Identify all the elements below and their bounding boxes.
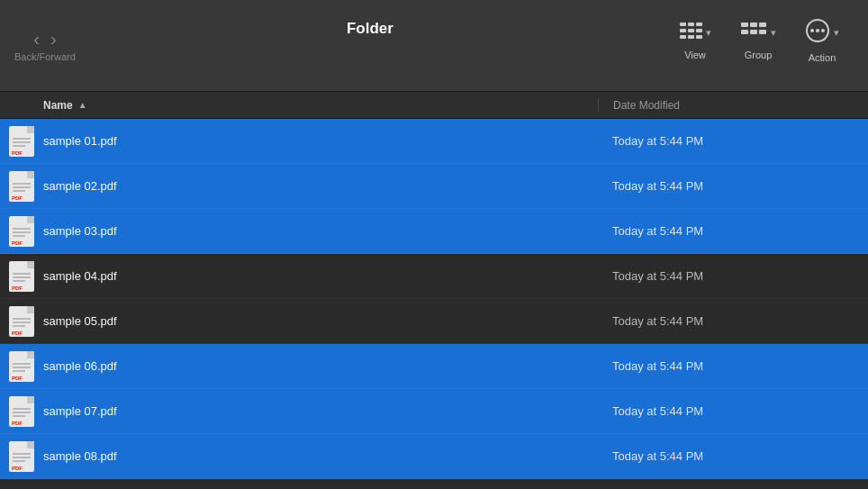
file-name: sample 01.pdf <box>43 134 598 148</box>
date-column-header[interactable]: Date Modified <box>613 99 680 112</box>
svg-point-17 <box>816 29 819 32</box>
svg-rect-13 <box>750 30 757 34</box>
svg-rect-12 <box>741 30 748 34</box>
group-chevron-icon: ▾ <box>771 27 776 39</box>
file-list: PDF sample 01.pdfToday at 5:44 PM PDF sa… <box>0 119 868 489</box>
svg-rect-8 <box>696 35 702 39</box>
view-label: View <box>684 50 706 60</box>
file-date: Today at 5:44 PM <box>598 269 868 283</box>
svg-text:PDF: PDF <box>12 150 23 156</box>
table-row[interactable]: PDF sample 04.pdfToday at 5:44 PM <box>0 254 868 299</box>
file-name: sample 08.pdf <box>43 449 598 463</box>
svg-rect-3 <box>688 23 694 26</box>
view-chevron-icon: ▾ <box>706 27 711 39</box>
svg-rect-50 <box>27 351 34 358</box>
file-icon: PDF <box>0 306 43 337</box>
back-button[interactable]: ‹ <box>32 29 41 50</box>
file-icon: PDF <box>0 126 43 157</box>
file-date: Today at 5:44 PM <box>598 224 868 238</box>
file-date: Today at 5:44 PM <box>598 134 868 148</box>
file-icon: PDF <box>0 441 43 472</box>
file-icon: PDF <box>0 396 43 427</box>
svg-rect-14 <box>759 30 766 34</box>
table-row[interactable]: PDF sample 05.pdfToday at 5:44 PM <box>0 299 868 344</box>
toolbar: ‹ › Back/Forward Folder <box>0 0 868 92</box>
svg-rect-7 <box>696 29 702 32</box>
svg-rect-32 <box>27 216 34 223</box>
svg-rect-56 <box>27 396 34 403</box>
file-date: Today at 5:44 PM <box>598 404 868 418</box>
file-icon: PDF <box>0 171 43 202</box>
file-name: sample 05.pdf <box>43 314 598 328</box>
svg-text:PDF: PDF <box>12 195 23 201</box>
svg-point-18 <box>821 29 825 32</box>
svg-text:PDF: PDF <box>12 466 23 471</box>
back-forward-group: ‹ › Back/Forward <box>14 29 76 62</box>
table-row[interactable]: PDF sample 08.pdfToday at 5:44 PM <box>0 434 868 479</box>
file-icon: PDF <box>0 216 43 247</box>
file-name: sample 02.pdf <box>43 179 598 193</box>
file-date: Today at 5:44 PM <box>598 179 868 193</box>
view-tool: ▾ View <box>665 21 726 71</box>
file-date: Today at 5:44 PM <box>598 359 868 373</box>
group-label: Group <box>745 50 773 60</box>
file-name: sample 03.pdf <box>43 224 598 238</box>
table-row[interactable]: PDF sample 06.pdfToday at 5:44 PM <box>0 344 868 389</box>
svg-text:PDF: PDF <box>12 240 23 246</box>
sort-icon: ▲ <box>78 100 87 110</box>
folder-title: Folder <box>347 20 393 38</box>
svg-text:PDF: PDF <box>12 331 23 336</box>
file-icon: PDF <box>0 261 43 292</box>
column-header: Name ▲ Date Modified <box>0 92 868 119</box>
svg-text:PDF: PDF <box>12 376 23 381</box>
table-row[interactable]: PDF sample 02.pdfToday at 5:44 PM <box>0 164 868 209</box>
forward-button[interactable]: › <box>49 29 59 50</box>
table-row[interactable]: PDF sample 01.pdfToday at 5:44 PM <box>0 119 868 164</box>
svg-rect-1 <box>680 29 686 32</box>
group-icon <box>740 21 767 46</box>
back-forward-label: Back/Forward <box>14 51 76 62</box>
svg-rect-5 <box>688 35 694 39</box>
svg-rect-4 <box>688 29 694 32</box>
action-chevron-icon: ▾ <box>834 27 839 39</box>
svg-rect-20 <box>27 126 34 133</box>
svg-rect-0 <box>680 23 686 26</box>
svg-rect-44 <box>27 306 34 313</box>
name-column-header[interactable]: Name <box>43 99 73 112</box>
action-icon <box>805 18 830 49</box>
svg-rect-9 <box>741 23 748 27</box>
file-date: Today at 5:44 PM <box>598 314 868 328</box>
svg-rect-62 <box>27 441 34 448</box>
view-icon <box>679 21 702 46</box>
svg-rect-2 <box>680 35 686 39</box>
table-row[interactable]: PDF sample 03.pdfToday at 5:44 PM <box>0 209 868 254</box>
svg-text:PDF: PDF <box>12 285 23 291</box>
file-date: Today at 5:44 PM <box>598 449 868 463</box>
svg-rect-6 <box>696 23 702 26</box>
svg-rect-26 <box>27 171 34 178</box>
action-label: Action <box>809 52 836 63</box>
svg-rect-11 <box>759 23 766 27</box>
svg-rect-10 <box>750 23 757 27</box>
file-name: sample 06.pdf <box>43 359 598 373</box>
file-icon: PDF <box>0 351 43 382</box>
file-name: sample 07.pdf <box>43 404 598 418</box>
group-tool: ▾ Group <box>726 21 791 71</box>
table-row[interactable]: PDF sample 07.pdfToday at 5:44 PM <box>0 389 868 434</box>
action-tool: ▾ Action <box>791 18 854 74</box>
svg-text:PDF: PDF <box>12 421 23 426</box>
file-name: sample 04.pdf <box>43 269 598 283</box>
svg-rect-38 <box>27 261 34 268</box>
svg-point-16 <box>810 29 814 32</box>
